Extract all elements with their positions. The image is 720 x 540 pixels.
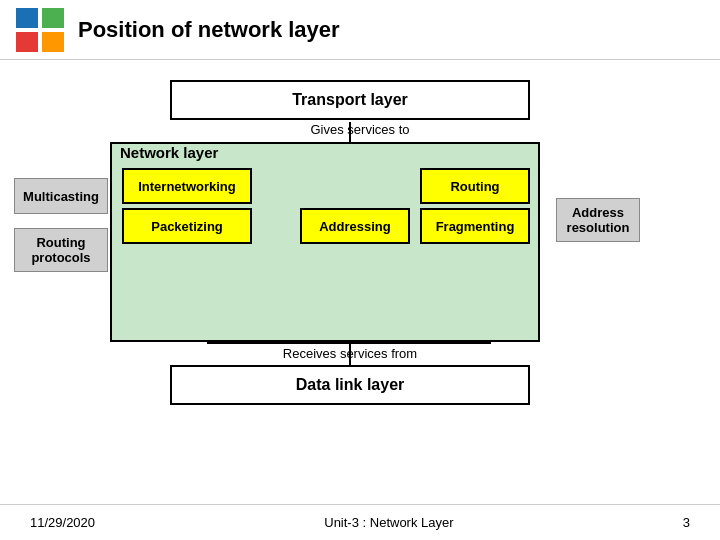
internetworking-box: Internetworking xyxy=(122,168,252,204)
gives-services-label: Gives services to xyxy=(270,122,450,137)
packetizing-box: Packetizing xyxy=(122,208,252,244)
svg-rect-2 xyxy=(16,32,38,52)
footer-center: Unit-3 : Network Layer xyxy=(324,515,453,530)
transport-layer-box: Transport layer xyxy=(170,80,530,120)
network-layer-label: Network layer xyxy=(120,144,218,161)
header: Position of network layer xyxy=(0,0,720,60)
svg-rect-0 xyxy=(16,8,38,28)
data-link-layer-label: Data link layer xyxy=(296,376,405,394)
addressing-box: Addressing xyxy=(300,208,410,244)
routing-box: Routing xyxy=(420,168,530,204)
connector-down-2 xyxy=(349,342,351,367)
transport-layer-label: Transport layer xyxy=(292,91,408,109)
footer-date: 11/29/2020 xyxy=(30,515,95,530)
fragmenting-box: Fragmenting xyxy=(420,208,530,244)
diagram-area: Transport layer Gives services to Networ… xyxy=(0,60,720,540)
footer: 11/29/2020 Unit-3 : Network Layer 3 xyxy=(0,504,720,540)
svg-rect-1 xyxy=(42,8,64,28)
logo-icon xyxy=(16,8,64,52)
routing-protocols-label: Routing protocols xyxy=(14,228,108,272)
multicasting-label: Multicasting xyxy=(14,178,108,214)
svg-rect-3 xyxy=(42,32,64,52)
data-link-layer-box: Data link layer xyxy=(170,365,530,405)
footer-page: 3 xyxy=(683,515,690,530)
address-resolution-label: Address resolution xyxy=(556,198,640,242)
page-title: Position of network layer xyxy=(78,17,340,43)
